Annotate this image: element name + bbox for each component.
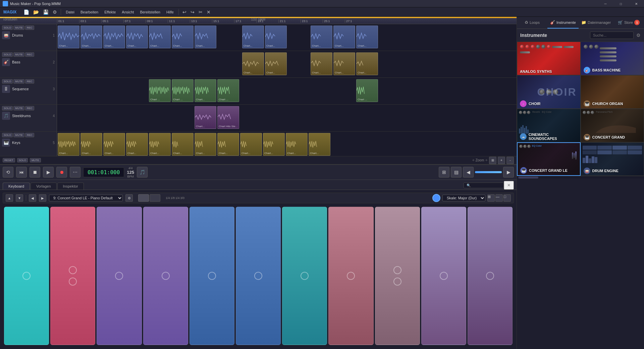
- kb-extra-1[interactable]: ⊞: [487, 194, 495, 202]
- zoom-full-btn[interactable]: ⊞: [489, 157, 496, 164]
- kb-nav-next[interactable]: ▶: [39, 194, 46, 202]
- audio-clip[interactable]: Chart...: [80, 26, 102, 48]
- kb-nav-down[interactable]: ▼: [16, 194, 23, 202]
- audio-clip[interactable]: Chart...: [356, 26, 378, 48]
- audio-clip[interactable]: Chart...: [311, 26, 332, 48]
- piano-pad-5[interactable]: [190, 207, 234, 345]
- instrument-card-drum-engine[interactable]: 🥁 DRUM ENGINE: [581, 142, 644, 176]
- toolbar-open-btn[interactable]: 📂: [32, 9, 41, 15]
- audio-clip[interactable]: Chart ...: [172, 79, 194, 102]
- stop-btn[interactable]: ⏹: [30, 167, 40, 178]
- track-content-drums[interactable]: Chart... Chart... Chart... Chart...: [57, 24, 517, 51]
- minimize-button[interactable]: ─: [598, 0, 613, 7]
- track-content-seq[interactable]: Chart ... Chart ... Chart... Chart: [57, 78, 517, 104]
- kb-extra-3[interactable]: □: [503, 194, 511, 202]
- track-content-keys[interactable]: Chart... Chart... Chart... Chart...: [57, 132, 517, 156]
- menu-bereitstellen[interactable]: Bereitstellen: [137, 8, 163, 16]
- piano-pad-7[interactable]: [282, 207, 327, 345]
- audio-clip[interactable]: Chart...: [242, 26, 264, 48]
- rec-btn-sd[interactable]: REC: [25, 106, 34, 110]
- audio-clip[interactable]: Chart...: [333, 52, 355, 75]
- solo-all-btn[interactable]: SOLO: [17, 158, 28, 162]
- instrument-card-church-organ[interactable]: 🎹 CHURCH ORGAN: [581, 75, 644, 109]
- audio-clip[interactable]: Chart...: [103, 26, 125, 48]
- audio-clip[interactable]: Chart...: [286, 133, 308, 156]
- kb-mode-1[interactable]: [138, 194, 149, 202]
- menu-hilfe[interactable]: Hilfe: [164, 8, 176, 16]
- tab-search-input[interactable]: [464, 183, 504, 188]
- volume-slider[interactable]: [475, 171, 502, 173]
- piano-pad-9[interactable]: [375, 207, 420, 345]
- tab-loops[interactable]: ♻ Loops: [517, 17, 547, 29]
- audio-clip[interactable]: Chart...: [58, 26, 79, 48]
- audio-clip[interactable]: Chart...: [240, 133, 262, 156]
- kb-nav-up[interactable]: ▲: [6, 194, 13, 202]
- piano-pad-4[interactable]: [143, 207, 188, 345]
- kb-scale-select[interactable]: Skale: Major (Dur): [442, 195, 485, 201]
- audio-clip[interactable]: Chart...: [172, 133, 194, 156]
- instrument-card-concert-grand-le[interactable]: EQ Color 🎹 CONCERT GRAND LE: [517, 142, 581, 176]
- grid-btn[interactable]: ⊞: [439, 167, 449, 178]
- rec-btn-keys[interactable]: REC: [25, 133, 34, 137]
- kb-nav-prev[interactable]: ◀: [29, 194, 36, 202]
- right-scrollbar[interactable]: [517, 176, 644, 179]
- instrument-card-choir[interactable]: CHOIR ♪ CHOIR: [517, 75, 581, 109]
- vol-left-btn[interactable]: ◀: [463, 167, 474, 178]
- tab-store[interactable]: 🛒 Store 1: [613, 17, 644, 29]
- tab-dateimanager[interactable]: 📁 Dateimanager: [579, 17, 613, 29]
- more-btn[interactable]: ⋯: [70, 167, 80, 178]
- rec-btn-bass[interactable]: REC: [25, 52, 34, 57]
- piano-pad-6[interactable]: [236, 207, 281, 345]
- kb-preset-select[interactable]: 9: Concert Grand LE - Piano Default: [49, 195, 123, 201]
- view-btn[interactable]: ▤: [451, 167, 462, 178]
- audio-clip[interactable]: Chart...: [309, 133, 330, 156]
- metronome-btn[interactable]: 🎵: [137, 167, 148, 178]
- audio-clip[interactable]: Chart...: [311, 52, 332, 75]
- audio-clip[interactable]: Chart ...: [356, 79, 378, 102]
- rec-btn-drums[interactable]: REC: [25, 26, 34, 30]
- audio-clip[interactable]: Chart...: [58, 133, 79, 156]
- kb-mode-2[interactable]: [150, 194, 160, 202]
- audio-clip[interactable]: Chart...: [265, 26, 287, 48]
- track-content-sd[interactable]: Chart... Chart Hits Ste...: [57, 105, 517, 131]
- solo-btn-keys[interactable]: SOLO: [2, 133, 13, 137]
- audio-clip[interactable]: Chart...: [126, 26, 148, 48]
- rewind-btn[interactable]: ⏮: [16, 167, 27, 178]
- mute-btn-seq[interactable]: MUTE: [13, 79, 24, 84]
- audio-clip[interactable]: Chart...: [126, 133, 148, 156]
- instruments-search-input[interactable]: [590, 32, 634, 39]
- audio-clip[interactable]: Chart...: [149, 26, 171, 48]
- zoom-out-btn[interactable]: -: [506, 157, 514, 164]
- solo-btn-drums[interactable]: SOLO: [2, 26, 13, 30]
- tab-vorlagen[interactable]: Vorlagen: [31, 183, 56, 190]
- audio-clip[interactable]: Chart ...: [217, 79, 239, 102]
- vol-right-btn[interactable]: ▶: [503, 167, 514, 178]
- menu-effekte[interactable]: Effekte: [102, 8, 118, 16]
- piano-pad-10[interactable]: [421, 207, 466, 345]
- record-btn[interactable]: ⏺: [56, 167, 67, 178]
- zoom-in-btn[interactable]: +: [498, 157, 505, 164]
- instrument-card-cinematic[interactable]: Reverb EQ Color ☁: [517, 109, 581, 142]
- kb-extra-2[interactable]: —: [495, 194, 503, 202]
- audio-clip[interactable]: Chart...: [172, 26, 194, 48]
- audio-clip[interactable]: Chart ...: [149, 79, 171, 102]
- audio-clip[interactable]: Chart...: [149, 133, 171, 156]
- audio-clip[interactable]: Chart...: [263, 133, 285, 156]
- audio-clip[interactable]: Chart...: [195, 79, 216, 102]
- mute-all-btn[interactable]: MUTE: [30, 158, 41, 162]
- audio-clip[interactable]: Chart...: [195, 133, 216, 156]
- audio-clip[interactable]: Chart...: [195, 106, 216, 129]
- maximize-button[interactable]: □: [613, 0, 629, 7]
- play-btn[interactable]: ▶: [43, 167, 54, 178]
- audio-clip[interactable]: Chart...: [217, 133, 239, 156]
- mute-btn-sd[interactable]: MUTE: [13, 106, 24, 110]
- solo-btn-seq[interactable]: SOLO: [2, 79, 13, 84]
- piano-pad-11[interactable]: [468, 207, 513, 345]
- audio-clip[interactable]: Chart...: [242, 52, 264, 75]
- toolbar-save-btn[interactable]: 💾: [41, 9, 50, 15]
- menu-datei[interactable]: Datei: [63, 8, 77, 16]
- menu-ansicht[interactable]: Ansicht: [119, 8, 137, 16]
- menu-bearbeiten[interactable]: Bearbeiten: [78, 8, 101, 16]
- instruments-settings-btn[interactable]: ⚙: [636, 33, 641, 38]
- toolbar-redo-btn[interactable]: ↪: [189, 9, 196, 15]
